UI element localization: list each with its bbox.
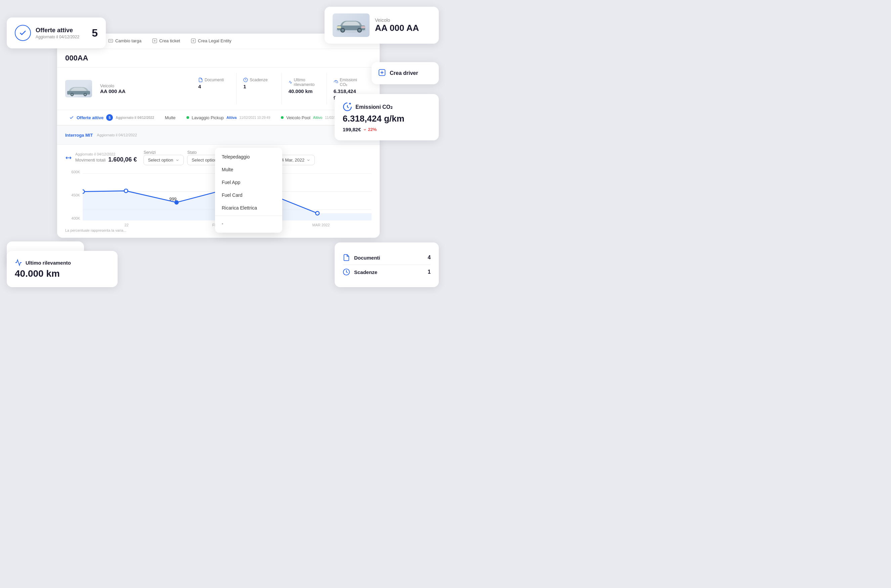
dropdown-menu: Telepedaggio Multe Fuel App Fuel Card Ri… — [215, 148, 282, 233]
vehicle-row-label: Veicolo — [100, 83, 126, 88]
tab-bar: Offerte attive 5 Aggiornato il 04/12/202… — [57, 110, 380, 126]
emissioni-header: Emissioni CO₂ — [343, 102, 431, 111]
nav-cambio-targa-label: Cambio targa — [115, 38, 141, 44]
vehicle-thumbnail — [65, 80, 92, 98]
offerte-attive-card: Offerte attive Aggiornato il 04/12/2022 … — [7, 18, 106, 48]
y-label-400k: 400K — [68, 216, 80, 220]
emissioni-change-pct: 22% — [363, 127, 377, 132]
action-bar: Interroga MIT Aggiornato il 04/12/2022 — [57, 126, 380, 145]
svg-point-34 — [83, 190, 84, 194]
vehicle-plate: AA 000 AA — [375, 23, 419, 33]
emissioni-title: Emissioni CO₂ — [355, 104, 392, 110]
documenti-value: 4 — [198, 84, 230, 89]
y-label-600k: 600K — [68, 170, 80, 174]
crea-driver-label: Crea driver — [390, 70, 418, 76]
vehicle-info: Veicolo AA 000 AA — [375, 18, 419, 33]
tab-lavaggio[interactable]: Lavaggio Pickup Attiva 11/02/2021 10:29:… — [181, 111, 276, 125]
emissioni-card: Emissioni CO₂ 6.318,424 g/km 199,82€ 22% — [335, 94, 439, 140]
x-label-mar: MAR 2022 — [313, 223, 330, 227]
dropdown-divider — [215, 216, 282, 216]
pool-status: Attivo — [313, 116, 323, 120]
tab-lavaggio-label: Lavaggio Pickup — [192, 115, 224, 120]
svg-point-24 — [71, 94, 73, 96]
plate-text: 000AA — [65, 54, 88, 62]
offerte-subtitle: Aggiornato il 04/12/2022 — [36, 34, 87, 39]
svg-point-26 — [84, 94, 86, 96]
doc-row-documenti: Documenti 4 — [343, 250, 431, 265]
tab-offerte-label: Offerte attive — [77, 115, 104, 120]
nav-crea-ticket[interactable]: Crea ticket — [147, 34, 185, 49]
svg-point-35 — [124, 189, 128, 193]
documenti-label: Documenti — [354, 255, 424, 261]
offerte-title: Offerte attive — [36, 27, 87, 34]
filter-servizi: Servizi Select option — [143, 150, 184, 165]
nav-crea-legal[interactable]: Crea Legal Entity — [185, 34, 237, 49]
svg-point-38 — [316, 212, 319, 215]
vehicle-top-card: Veicolo AA 000 AA — [325, 7, 439, 44]
svg-text:999: 999 — [169, 196, 177, 201]
doc-row-scadenze: Scadenze 1 — [343, 265, 431, 279]
stato-select-value: Select option — [191, 158, 217, 162]
movements-title: Aggiornato il 04/12/2022 Movimenti total… — [65, 152, 137, 163]
dropdown-item-telepedaggio[interactable]: Telepedaggio — [215, 150, 282, 163]
lavaggio-status: Attiva — [227, 116, 237, 120]
emissioni-value: 6.318,424 g/km — [343, 114, 431, 124]
scadenze-value: 1 — [243, 84, 275, 89]
crea-driver-plus-icon — [378, 69, 386, 78]
offerte-count: 5 — [92, 27, 98, 39]
tab-multe-label: Multe — [165, 115, 176, 120]
servizi-select[interactable]: Select option — [143, 155, 184, 165]
tab-offerte-sub: Aggiornato il 04/12/2022 — [116, 116, 154, 120]
vehicle-info-row: Veicolo AA 000 AA Documenti 4 — [57, 68, 380, 110]
scadenze-stat: Scadenze 1 — [236, 73, 281, 104]
plate-header: 000AA — [57, 49, 380, 68]
action-bar-date: Aggiornato il 04/12/2022 — [97, 133, 137, 137]
vehicle-row-plate: AA 000 AA — [100, 88, 126, 94]
status-dot-lavaggio — [186, 116, 189, 119]
documenti-count: 4 — [428, 255, 431, 261]
svg-rect-7 — [361, 26, 365, 28]
ultimo-header: Ultimo rilevamento — [15, 259, 110, 266]
tab-offerte-count: 5 — [106, 114, 113, 121]
lavaggio-date: 11/02/2021 10:29:49 — [239, 116, 270, 120]
dropdown-item-dash[interactable]: - — [215, 217, 282, 230]
svg-point-5 — [358, 29, 361, 32]
vehicle-image — [333, 14, 370, 37]
chart-y-labels: 600K 450K 400K — [65, 170, 83, 220]
nav-cambio-targa[interactable]: Cambio targa — [103, 34, 147, 49]
offerte-icon — [15, 25, 31, 41]
vehicle-label: Veicolo — [375, 18, 419, 23]
tab-offerte[interactable]: Offerte attive 5 Aggiornato il 04/12/202… — [64, 110, 159, 126]
emissioni-change-amount: 199,82€ — [343, 127, 361, 132]
dropdown-item-ricarica[interactable]: Ricarica Elettrica — [215, 201, 282, 214]
nav-crea-ticket-label: Crea ticket — [159, 38, 180, 44]
dropdown-item-fuel-card[interactable]: Fuel Card — [215, 189, 282, 201]
vehicle-name-row: Veicolo AA 000 AA — [100, 83, 126, 94]
scadenze-label: Scadenze — [354, 269, 424, 275]
ultimo-rilevamento-card: Ultimo rilevamento 40.000 km — [7, 251, 117, 287]
tab-multe[interactable]: Multe — [159, 111, 181, 125]
documenti-label: Documenti — [198, 78, 230, 82]
interroga-btn[interactable]: Interroga MIT — [65, 133, 93, 138]
documenti-stat: Documenti 4 — [198, 73, 236, 104]
emissioni-change: 199,82€ 22% — [343, 127, 431, 132]
movements-text-group: Aggiornato il 04/12/2022 Movimenti total… — [75, 152, 137, 163]
servizi-select-value: Select option — [148, 158, 173, 162]
x-label-22: 22 — [124, 223, 128, 227]
servizi-label: Servizi — [143, 150, 184, 155]
ultimo-label: Ultimo rilevamento — [288, 78, 320, 87]
svg-point-3 — [341, 29, 344, 32]
emissioni-label: Emissioni CO₂ — [334, 78, 365, 87]
crea-driver-card[interactable]: Crea driver — [371, 62, 439, 84]
movements-label: Movimenti totali — [75, 158, 105, 162]
ultimo-stat: Ultimo rilevamento 40.000 km — [282, 73, 327, 104]
dropdown-item-multe[interactable]: Multe — [215, 163, 282, 176]
y-label-450k: 450K — [68, 193, 80, 197]
dropdown-item-fuel-app[interactable]: Fuel App — [215, 176, 282, 189]
ultimo-value: 40.000 km — [288, 88, 320, 94]
scadenze-label: Scadenze — [243, 78, 275, 82]
al-value: 24 Mar, 2022 — [279, 158, 304, 162]
movements-amount: 1.600,06 € — [108, 156, 137, 163]
ultimo-title: Ultimo rilevamento — [26, 260, 71, 266]
tab-pool-label: Veicolo Pool — [286, 115, 310, 120]
